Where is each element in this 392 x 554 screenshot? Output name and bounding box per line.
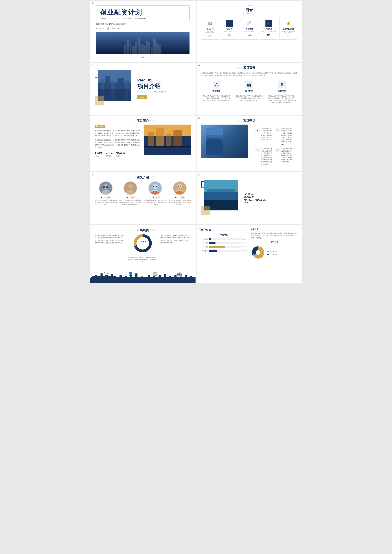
member-name-1: XXX: [101, 196, 105, 199]
svg-point-43: [181, 186, 182, 187]
bar-track-2: [209, 242, 241, 244]
pie-container: 女性 66.9% 男性 33.1% 女性 66.9% 男性 33.1%: [251, 245, 299, 261]
highlight-text-2: 请点击此处添加文本内容此处添加文本此处此处添加文本内容此处添加文本内容，此处添加…: [281, 128, 293, 145]
slide8-image: [201, 180, 241, 217]
bar-label-2: 36-45岁: [200, 242, 208, 244]
content-item-3: 🔗 商业模式 BUSINESS MODEL 03: [240, 18, 258, 40]
content-icon-2: ≡: [226, 20, 233, 27]
content-num-3: 03: [248, 33, 251, 36]
avatar-3: [148, 181, 162, 195]
member-name-3: XXX: [150, 196, 154, 199]
down-arrow: ⌄⌄: [96, 55, 189, 59]
slide5-tag: 输入标题: [95, 125, 105, 128]
slide-5: 5 《《《 项目简介 》》》 输入标题 请点击此处添加文本内容，请点击此处添加文…: [90, 116, 196, 171]
slide6-content: 🔒 请点击此处添加，请点击此处添加文本内容，请点击此处添加文本内容此处添加文本内…: [201, 125, 298, 168]
stat-3-label: 关键词: [116, 155, 125, 157]
slide6-title: 项目亮点: [243, 119, 255, 123]
member-name-4: XXX: [175, 196, 179, 199]
meta-reporter: 汇报人：谢 # 时间：20xx: [96, 26, 189, 31]
slide9-header: 《《《 市场规模 》》》: [95, 228, 191, 232]
member-role-1: 职称: [106, 196, 111, 199]
slide9-left-text: 点击此处添加描述，请点击此处添加文本内容，请点击此处添加文本内容添加文本内容，请…: [95, 234, 125, 244]
svg-point-30: [126, 190, 134, 195]
slide10-right: 标题文本 请点击此处添加文本内容，请点击此处添加文本内容，请点击此处添加文本内容…: [251, 228, 299, 280]
stat-1-label: 小标题: [95, 155, 102, 157]
slide6-arrows-right: 》》》: [257, 119, 263, 122]
avatar-4: [173, 181, 187, 195]
slide-10-num: 10: [198, 226, 201, 229]
content-item-2: ≡ 市场分析 MARKET ANALYSIS 02: [221, 18, 239, 40]
slide5-body1: 请点击此处添加文本内容，请点击此处添加文本内容，请点击此处添加文本内容；请点击此…: [95, 130, 141, 137]
feature-line-3: [279, 94, 285, 94]
stats-row: 1749 小标题 256+ 标题预设 9543+ 关键词: [95, 151, 141, 157]
content-icon-5: 💰: [285, 20, 292, 27]
content-item-1: 🏢 项目介绍 PROJECT INTRODUCTION 01: [201, 18, 219, 40]
bar-pct-1: 5.30%: [242, 238, 248, 240]
highlight-4: ⚙ 点击此处添加文本内容此处添加文本此处此处添加文本内容此处此处添加文本内容此处…: [275, 148, 293, 165]
slide9-right: 请点击此处添加文本内容，请点击此处添加文本内容添加文本内容，请点击此处添加文本内…: [161, 234, 191, 262]
pie-chart: 女性 66.9% 男性 33.1%: [251, 245, 266, 261]
slide4-header: 《《《 项目背景 》》》: [201, 66, 298, 70]
svg-text:女性: 女性: [261, 250, 263, 252]
slide10-right-desc: 请点击此处添加文本内容，请点击此处添加文本内容，请点击此处添加文本内容，请点击此…: [251, 232, 299, 239]
team-member-3: XXX 职称 请点击此处添加内容，请点击此处添加文本内容此处添加文本内容此处添加…: [144, 181, 166, 206]
content-icon-4: 🎓: [266, 20, 272, 27]
slide-2-num: 2: [198, 2, 200, 5]
slide9-title: 市场规模: [137, 228, 149, 232]
avatar-img-3: [149, 182, 161, 195]
slide5-body2: 请点击此处添加文本内容，请点击此处添加文本内容，请点击此处添加文本内容，添加文本…: [95, 139, 141, 149]
donut-sub: 请点击此处添加文本内容，请点击此处此处添加文本内容，请点击此处添加文本内容，文本…: [127, 256, 158, 262]
arrow-button[interactable]: »»»: [137, 95, 147, 99]
feature-1: A 添加文本 请点击此处添加文本内容，请点击此处添加文本内容，请点击此处添加文本…: [201, 79, 232, 105]
feature-title-2: 输入内容: [245, 90, 253, 92]
slide6-highlights: 🔒 请点击此处添加，请点击此处添加文本内容，请点击此处添加文本内容此处添加文本内…: [251, 125, 298, 168]
slide10-left-title: 用户画像: [200, 228, 211, 232]
slide9-arrows-right: 》》》: [150, 229, 156, 232]
legend-dot-male: [267, 253, 269, 255]
svg-point-34: [153, 184, 158, 189]
arrows-right: 》》》: [257, 66, 263, 69]
legend-male: 男性 33.1%: [267, 253, 277, 255]
content-label-en-3: BUSINESS MODEL: [244, 31, 255, 32]
highlight-2: 🖥 请点击此处添加文本内容此处添加文本此处此处添加文本内容此处添加文本内容，此处…: [275, 128, 293, 145]
content-label-zh-2: 市场分析: [226, 28, 233, 30]
slide-2: 2 ⌄⌄ 目录 CONTENTS 🏢 项目介绍 PROJECT INTRODUC…: [196, 1, 302, 62]
date: 时间：20xx: [112, 27, 120, 30]
slide-8-num: 8: [198, 174, 200, 176]
content-icon-3: 🔗: [246, 20, 253, 27]
slide8-part-label: PART 02: [244, 193, 298, 195]
contents-grid: 🏢 项目介绍 PROJECT INTRODUCTION 01 ≡ 市场分析 MA…: [201, 18, 298, 40]
avatar-img-1: [99, 182, 112, 195]
slide-7: 7 《《《 团队介绍 》》》: [90, 172, 196, 224]
slide10-left: 用户画像 》》》 年龄结构 46岁以上 5.30% 36-45岁 20: [200, 228, 248, 280]
svg-text:33.1%: 33.1%: [253, 256, 256, 257]
slide-3-num: 3: [92, 64, 93, 67]
slide4-title: 项目背景: [243, 66, 255, 70]
slide7-title: 团队介绍: [137, 175, 149, 179]
bar-label-4: 25岁以下: [200, 250, 208, 252]
avatar-1: [99, 181, 113, 195]
svg-point-37: [156, 186, 157, 187]
feature-line-1: [213, 94, 219, 94]
slide7-arrows-left: 《《《: [129, 176, 135, 179]
feature-2: 📺 输入内容 请点击此处添加文本内容，请点击此处添加文本内容，请点击此处添加文本…: [234, 79, 265, 105]
stat-2: 256+ 标题预设: [105, 151, 112, 157]
highlight-icon-2: 🖥: [275, 128, 280, 132]
slide-9-num: 9: [92, 226, 93, 229]
stat-1-num: 1749: [95, 151, 102, 155]
arrows-left: 《《《: [236, 66, 242, 69]
content-num-5: 05: [287, 34, 290, 38]
slide5-content: 输入标题 请点击此处添加文本内容，请点击此处添加文本内容，请点击此处添加文本内容…: [95, 125, 191, 157]
slide5-header: 《《《 项目简介 》》》: [95, 119, 191, 123]
content-item-5: 💰 融资需求及规划 FINANCING DEMAND PLANNING 05: [279, 18, 297, 40]
bar-pct-4: 24.20%: [242, 250, 248, 252]
slide8-arrow-btn[interactable]: »»»: [244, 201, 298, 204]
buildings-decoration: [96, 39, 189, 54]
stat-1: 1749 小标题: [95, 151, 102, 157]
member-role-3: 职称: [155, 196, 160, 199]
slide6-image: [201, 125, 248, 158]
member-role-4: 职称: [180, 196, 185, 199]
bar-row-1: 46岁以上 5.30%: [200, 238, 248, 240]
bar-fill-3: [209, 245, 225, 248]
part-label: PART 01: [137, 78, 191, 82]
